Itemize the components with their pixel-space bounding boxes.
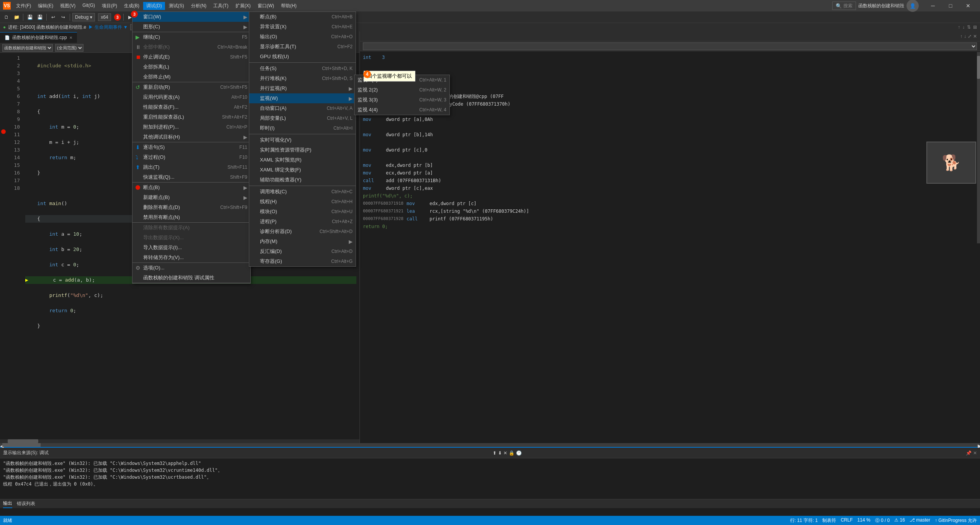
ws-diag-tools[interactable]: 显示诊断工具(T) Ctrl+F2 bbox=[249, 42, 356, 52]
ws-auto[interactable]: 自动窗口(A) Ctrl+Alt+V, A bbox=[249, 103, 356, 113]
h-scroll-thumb[interactable] bbox=[8, 439, 38, 443]
ws-locals[interactable]: 局部变量(L) Ctrl+Alt+V, L bbox=[249, 113, 356, 123]
debug-menu-window[interactable]: 窗口(W) ▶ bbox=[132, 12, 250, 22]
menu-project[interactable]: 项目(P) bbox=[99, 2, 120, 10]
ws-memory[interactable]: 内存(M) ▶ bbox=[249, 236, 356, 246]
ws-live-vis[interactable]: 实时可视化(V) bbox=[249, 135, 356, 145]
debug-menu-step-into[interactable]: ⬇ 逐语句(S) F11 bbox=[132, 142, 250, 152]
debug-menu-disable-all-bp[interactable]: 禁用所有断点(N) bbox=[132, 212, 250, 222]
debug-menu-apply[interactable]: 应用代码更改(A) Alt+F10 bbox=[132, 92, 250, 102]
ws-breakpoints[interactable]: 断点(B) Ctrl+Alt+B bbox=[249, 12, 356, 22]
menu-edit[interactable]: 编辑(E) bbox=[35, 2, 56, 10]
debug-menu-restart[interactable]: ↺ 重新启动(R) Ctrl+Shift+F5 bbox=[132, 82, 250, 92]
debug-menu-restart-perf[interactable]: 重启性能探查器(L) Shift+Alt+F2 bbox=[132, 112, 250, 122]
main-h-scrollbar[interactable]: ◀ ▶ bbox=[0, 443, 980, 447]
pin-right-4[interactable]: ✕ bbox=[973, 34, 977, 39]
minimize-button[interactable]: ─ bbox=[924, 0, 942, 11]
menu-tools[interactable]: 工具(T) bbox=[210, 2, 231, 10]
right-scrollbar-thumb[interactable] bbox=[977, 56, 980, 79]
editor-h-scrollbar[interactable] bbox=[0, 439, 359, 443]
watch-4[interactable]: 监视 4(4) Ctrl+Alt+W, 4 bbox=[354, 105, 449, 115]
ws-xaml-binding[interactable]: XAML 绑定失败(F) bbox=[249, 165, 356, 175]
ws-call-stack[interactable]: 调用堆栈(C) Ctrl+Alt+C bbox=[249, 187, 356, 197]
debug-menu-detach-all[interactable]: 全部拆离(L) bbox=[132, 62, 250, 72]
undo-btn[interactable]: ↩ bbox=[49, 13, 57, 21]
ws-threads[interactable]: 线程(H) Ctrl+Alt+H bbox=[249, 197, 356, 207]
new-project-btn[interactable]: 🗋 bbox=[2, 13, 11, 21]
debug-menu-export-tips[interactable]: 导出数据提示(X)... bbox=[132, 233, 250, 243]
watch-3[interactable]: 监视 3(3) Ctrl+Alt+W, 3 bbox=[354, 95, 449, 105]
user-avatar[interactable]: 👤 bbox=[906, 0, 919, 12]
debug-menu-stop[interactable]: ⏹ 停止调试(E) Shift+F5 bbox=[132, 52, 250, 62]
pin-right-3[interactable]: ⤢ bbox=[968, 34, 972, 39]
ws-watch[interactable]: 监视(W) ▶ bbox=[249, 93, 356, 103]
ws-processes[interactable]: 进程(P) Ctrl+Alt+Z bbox=[249, 217, 356, 227]
ws-immediate[interactable]: 即时(I) Ctrl+Alt+I bbox=[249, 123, 356, 133]
ws-accessibility[interactable]: 辅助功能检查器(Y) bbox=[249, 175, 356, 185]
output-icon-3[interactable]: ✕ bbox=[503, 450, 507, 456]
main-scroll-thumb[interactable] bbox=[2, 443, 41, 447]
ws-tasks[interactable]: 任务(S) Ctrl+Shift+D, K bbox=[249, 64, 356, 73]
output-icon-5[interactable]: 🕐 bbox=[516, 450, 522, 456]
debug-menu-break-all[interactable]: ⏸ 全部中断(K) Ctrl+Alt+Break bbox=[132, 42, 250, 52]
debug-menu-delete-all-bp[interactable]: 删除所有断点(D) Ctrl+Shift+F9 bbox=[132, 202, 250, 212]
debug-menu-save-dump[interactable]: 将转储另存为(V)... bbox=[132, 253, 250, 262]
menu-debug[interactable]: 调试(D) bbox=[143, 2, 165, 10]
pin-right-2[interactable]: ↓ bbox=[964, 34, 966, 39]
output-icon-2[interactable]: ⬇ bbox=[498, 450, 502, 456]
breadcrumb-select[interactable]: 函数栈帧的创建和销毁 bbox=[2, 44, 53, 52]
ws-disassembly[interactable]: 反汇编(D) Ctrl+Alt+D bbox=[249, 246, 356, 256]
redo-btn[interactable]: ↪ bbox=[59, 13, 67, 21]
debug-menu-graphics[interactable]: 图形(C) ▶ bbox=[132, 22, 250, 32]
debug-menu-new-bp[interactable]: 新建断点(B) ▶ bbox=[132, 192, 250, 202]
menu-help[interactable]: 帮助(H) bbox=[278, 2, 300, 10]
debug-menu-options[interactable]: ⚙ 选项(O)... bbox=[132, 263, 250, 273]
ws-output[interactable]: 输出(O) Ctrl+Alt+O bbox=[249, 32, 356, 42]
breakpoint-marker[interactable] bbox=[1, 129, 6, 134]
tab-close-btn[interactable]: ✕ bbox=[69, 36, 72, 40]
main-scroll-track[interactable] bbox=[2, 443, 978, 447]
menu-build[interactable]: 生成(B) bbox=[121, 2, 142, 10]
pin-right-1[interactable]: ↑ bbox=[960, 34, 962, 39]
debug-menu-continue[interactable]: ▶ 继续(C) F5 bbox=[132, 32, 250, 42]
save-btn[interactable]: 💾 bbox=[26, 13, 34, 21]
maximize-button[interactable]: □ bbox=[942, 0, 959, 11]
debug-menu-terminate-all[interactable]: 全部终止(M) bbox=[132, 72, 250, 82]
debug-menu-attach[interactable]: 附加到进程(P)... Ctrl+Alt+P bbox=[132, 122, 250, 132]
debug-menu-other-targets[interactable]: 其他调试目标(H) ▶ bbox=[132, 132, 250, 142]
right-panel-scrollbar[interactable] bbox=[977, 52, 980, 243]
menu-view[interactable]: 视图(V) bbox=[57, 2, 78, 10]
watch-2[interactable]: 监视 2(2) Ctrl+Alt+W, 2 bbox=[354, 85, 449, 95]
ws-parallel-stacks[interactable]: 并行堆栈(K) Ctrl+Shift+D, S bbox=[249, 73, 356, 83]
pin-up[interactable]: ↑ bbox=[958, 24, 960, 30]
open-btn[interactable]: 📁 bbox=[12, 13, 21, 21]
debug-menu-import-tips[interactable]: 导入数据提示(I)... bbox=[132, 243, 250, 253]
tab-errors[interactable]: 错误列表 bbox=[17, 500, 35, 508]
main-scroll-right[interactable]: ▶ bbox=[978, 443, 980, 447]
debug-menu-step-over[interactable]: ⤵ 逐过程(O) F10 bbox=[132, 152, 250, 162]
menu-window[interactable]: 窗口(W) bbox=[255, 2, 277, 10]
menu-extensions[interactable]: 扩展(X) bbox=[232, 2, 254, 10]
pin-grid[interactable]: ⊞ bbox=[973, 24, 977, 30]
ws-diag-analysis[interactable]: 诊断分析器(D) Ctrl+Shift+Alt+D bbox=[249, 227, 356, 236]
ws-gpu-threads[interactable]: GPU 线程(U) bbox=[249, 52, 356, 62]
output-icon-1[interactable]: ⬆ bbox=[493, 450, 497, 456]
debug-menu-breakpoints[interactable]: 断点(B) ▶ bbox=[132, 183, 250, 192]
debug-menu-step-out[interactable]: ⬆ 跳出(T) Shift+F11 bbox=[132, 162, 250, 172]
ws-exception-settings[interactable]: 异常设置(X) Ctrl+Alt+E bbox=[249, 22, 356, 32]
save-all-btn[interactable]: 💾 bbox=[36, 13, 44, 21]
debug-menu-perf[interactable]: 性能探查器(F)... Alt+F2 bbox=[132, 102, 250, 112]
pin-down[interactable]: ↓ bbox=[962, 24, 965, 30]
debug-menu-project-props[interactable]: 函数栈帧的创建和销毁 调试属性 bbox=[132, 273, 250, 283]
pin-updown[interactable]: ⇅ bbox=[967, 24, 971, 30]
panel-pin-btn[interactable]: 📌 bbox=[966, 450, 972, 456]
menu-git[interactable]: Git(G) bbox=[79, 2, 98, 10]
panel-close-btn[interactable]: ✕ bbox=[973, 450, 977, 456]
debug-menu-clear-tips[interactable]: 清除所有数据提示(A) bbox=[132, 223, 250, 233]
menu-test[interactable]: 测试(S) bbox=[166, 2, 187, 10]
scope-select[interactable]: (全局范围) bbox=[55, 44, 83, 52]
menu-analyze[interactable]: 分析(N) bbox=[188, 2, 210, 10]
search-box[interactable]: 🔍 搜索 bbox=[832, 2, 856, 10]
close-button[interactable]: ✕ bbox=[959, 0, 977, 11]
editor-tab-main[interactable]: 📄 函数栈帧的创建和销毁.cpp ✕ bbox=[0, 32, 77, 43]
